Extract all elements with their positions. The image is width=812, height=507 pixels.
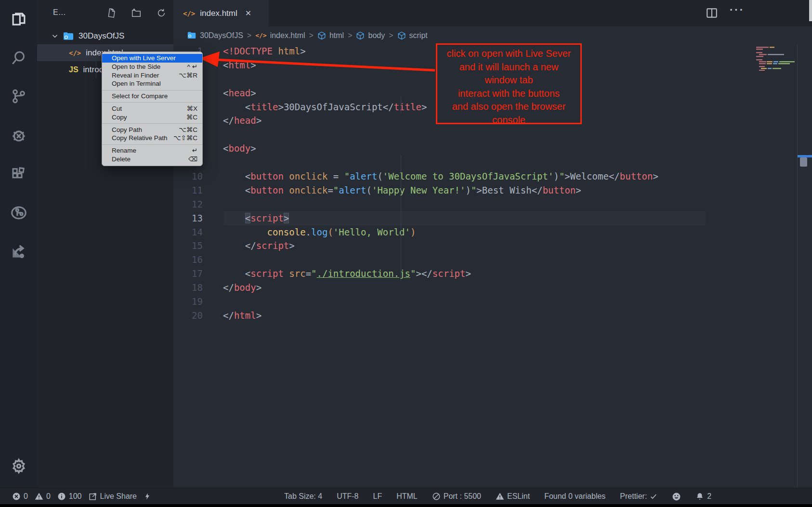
- breadcrumb-item-script[interactable]: script: [397, 31, 428, 40]
- status-right: Tab Size: 4UTF-8LFHTMLPort : 5500ESLintF…: [284, 492, 711, 501]
- lightning-icon: [144, 492, 151, 501]
- line-number: 18: [173, 281, 223, 295]
- menu-item-open-to-the-side[interactable]: Open to the Side^ ↵: [102, 63, 202, 71]
- settings-gear-icon[interactable]: [0, 451, 37, 481]
- root-folder-label: 30DaysOfJS: [79, 31, 124, 41]
- status-bar: 00100Live Share Tab Size: 4UTF-8LFHTMLPo…: [0, 488, 812, 505]
- split-editor-icon[interactable]: [706, 7, 718, 21]
- status-item-lightning[interactable]: [144, 492, 151, 501]
- status-item-utf-8[interactable]: UTF-8: [337, 492, 358, 501]
- source-control-icon[interactable]: [0, 81, 37, 112]
- menu-item-copy-path[interactable]: Copy Path⌥⌘C: [102, 126, 202, 134]
- current-line-highlight: [224, 211, 706, 225]
- scrollbar-sliver: [809, 0, 812, 21]
- code-line-7[interactable]: 7: [173, 128, 798, 142]
- line-number: 20: [173, 309, 223, 323]
- menu-item-rename[interactable]: Rename↵: [102, 146, 202, 155]
- menu-item-copy-relative-path[interactable]: Copy Relative Path⌥⇧⌘C: [102, 134, 202, 143]
- cube-icon: [356, 31, 365, 40]
- refresh-icon[interactable]: [155, 7, 168, 19]
- menu-item-open-in-terminal[interactable]: Open in Terminal: [102, 79, 202, 88]
- smiley-icon: [672, 492, 681, 501]
- close-icon[interactable]: ✕: [245, 9, 251, 18]
- status-item-port-5500[interactable]: Port : 5500: [432, 492, 481, 501]
- status-item-eslint[interactable]: ESLint: [496, 492, 530, 501]
- status-item-html[interactable]: HTML: [396, 492, 418, 501]
- window-edge: [0, 504, 812, 507]
- code-line-18[interactable]: 18</body>: [173, 281, 798, 295]
- status-item-0[interactable]: 0: [12, 492, 28, 501]
- status-item-live-share[interactable]: Live Share: [89, 492, 137, 501]
- explorer-icon[interactable]: [0, 4, 37, 35]
- menu-item-cut[interactable]: Cut⌘X: [102, 104, 202, 113]
- breadcrumb-separator: >: [309, 31, 314, 40]
- cube-icon: [317, 31, 326, 40]
- menu-separator: [102, 144, 202, 145]
- line-number: 11: [173, 183, 223, 197]
- circle-branch-icon[interactable]: [0, 197, 37, 228]
- line-number: 15: [173, 239, 223, 253]
- status-item-100[interactable]: 100: [57, 492, 82, 501]
- line-number: 14: [173, 225, 223, 239]
- breadcrumb-item-index-html[interactable]: </>index.html: [255, 31, 305, 40]
- code-line-15[interactable]: 15 </script>: [173, 239, 798, 253]
- status-item-found-0-variables[interactable]: Found 0 variables: [544, 492, 605, 501]
- menu-item-select-for-compare[interactable]: Select for Compare: [102, 92, 202, 101]
- share-arrow-icon[interactable]: [0, 236, 37, 267]
- status-item-2[interactable]: 2: [695, 492, 711, 501]
- menu-item-delete[interactable]: Delete⌫: [102, 155, 202, 164]
- code-line-9[interactable]: 9: [173, 156, 798, 169]
- menu-separator: [102, 90, 202, 91]
- menu-separator: [102, 123, 202, 124]
- code-line-13[interactable]: 13 <script>: [173, 211, 798, 225]
- tree-root-folder[interactable]: 30DaysOfJS: [37, 28, 173, 44]
- breadcrumb-separator: >: [389, 31, 393, 40]
- line-number: 12: [173, 197, 223, 211]
- code-line-12[interactable]: 12: [173, 197, 798, 211]
- line-number: 16: [173, 253, 223, 267]
- breadcrumb-separator: >: [348, 31, 352, 40]
- folder-icon: [63, 32, 74, 41]
- folder-icon: [187, 31, 196, 40]
- scrollbar-thumb[interactable]: [800, 157, 807, 167]
- activity-bar: [0, 0, 38, 489]
- code-line-8[interactable]: 8<body>: [173, 142, 798, 156]
- menu-separator: [102, 102, 202, 103]
- annotation-box: click on open with Live Severand it will…: [436, 43, 582, 124]
- js-file-icon: JS: [69, 65, 79, 74]
- scrollbar-border: [797, 44, 798, 489]
- code-line-20[interactable]: 20</html>: [173, 309, 798, 323]
- line-number: 17: [173, 267, 223, 281]
- warning-icon: [35, 492, 43, 501]
- status-item-0[interactable]: 0: [35, 492, 51, 501]
- code-line-10[interactable]: 10 <button onclick = "alert('Welcome to …: [173, 169, 798, 183]
- code-line-11[interactable]: 11 <button onclick="alert('Happy New Yea…: [173, 183, 798, 197]
- breadcrumb-item-body[interactable]: body: [356, 31, 385, 40]
- menu-item-open-with-live-server[interactable]: Open with Live Server: [102, 54, 202, 63]
- status-item-lf[interactable]: LF: [373, 492, 382, 501]
- explorer-header: E…: [37, 0, 173, 26]
- status-item-smiley[interactable]: [672, 492, 681, 501]
- minimap[interactable]: [756, 47, 798, 73]
- code-line-19[interactable]: 19: [173, 295, 798, 309]
- tab-index-html[interactable]: </> index.html ✕: [173, 0, 269, 26]
- run-debug-icon[interactable]: [0, 120, 37, 151]
- new-file-icon[interactable]: [105, 7, 118, 19]
- code-line-16[interactable]: 16: [173, 253, 798, 267]
- menu-item-reveal-in-finder[interactable]: Reveal in Finder⌥⌘R: [102, 71, 202, 80]
- breadcrumb-item-html[interactable]: html: [317, 31, 344, 40]
- breadcrumb-separator: >: [247, 31, 251, 40]
- status-item-tab-size-4[interactable]: Tab Size: 4: [284, 492, 322, 501]
- new-folder-icon[interactable]: [130, 7, 143, 19]
- more-actions-icon[interactable]: ···: [730, 4, 745, 16]
- search-icon[interactable]: [0, 42, 37, 73]
- extensions-icon[interactable]: [0, 159, 37, 190]
- port-icon: [432, 492, 441, 501]
- status-item-prettier-[interactable]: Prettier:: [620, 492, 657, 501]
- breadcrumb-item-30daysofjs[interactable]: 30DaysOfJS: [187, 31, 243, 40]
- check-icon: [650, 493, 657, 500]
- code-line-17[interactable]: 17 <script src="./introduction.js"></scr…: [173, 267, 798, 281]
- code-line-14[interactable]: 14 console.log('Hello, World'): [173, 225, 798, 239]
- cube-icon: [397, 31, 406, 40]
- menu-item-copy[interactable]: Copy⌘C: [102, 113, 202, 122]
